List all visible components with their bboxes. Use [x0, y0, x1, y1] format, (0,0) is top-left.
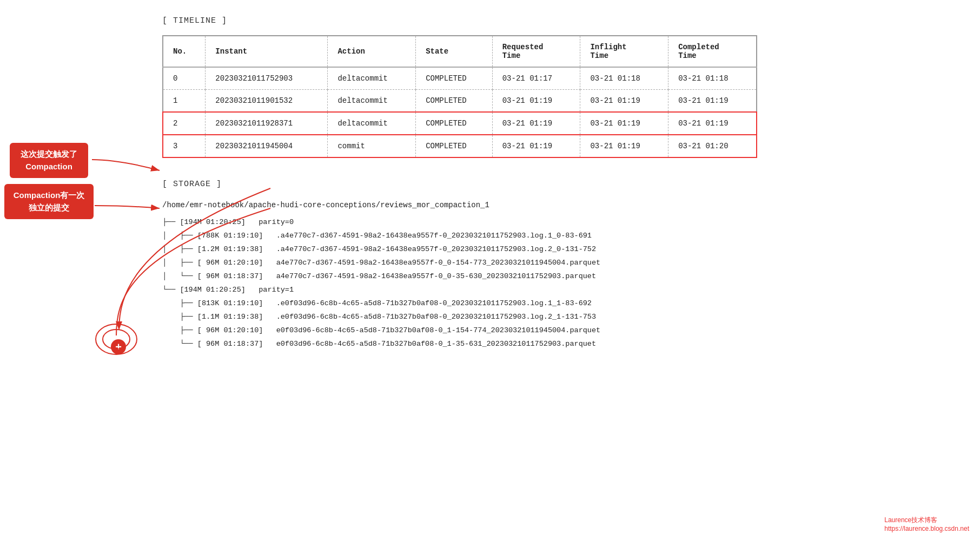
storage-section-header: [ STORAGE ] — [162, 180, 958, 189]
table-cell: 20230321011945004 — [206, 135, 328, 157]
storage-tree-line: ├── [1.1M 01:19:38] .e0f03d96-6c8b-4c65-… — [162, 311, 958, 324]
table-cell: 03-21 01:19 — [492, 112, 580, 135]
table-cell: 03-21 01:19 — [668, 90, 757, 113]
storage-tree-line: └── [ 96M 01:18:37] e0f03d96-6c8b-4c65-a… — [162, 338, 958, 351]
table-cell: 20230321011928371 — [206, 112, 328, 135]
table-cell: 2 — [163, 112, 206, 135]
table-cell: COMPLETED — [416, 135, 493, 157]
col-action: Action — [328, 36, 416, 67]
svg-point-1 — [103, 330, 130, 349]
table-cell: 03-21 01:18 — [668, 67, 757, 90]
table-cell: deltacommit — [328, 112, 416, 135]
storage-tree-line: ├── [ 96M 01:20:10] e0f03d96-6c8b-4c65-a… — [162, 324, 958, 338]
col-instant: Instant — [206, 36, 328, 67]
table-cell: 03-21 01:19 — [668, 112, 757, 135]
table-cell: 03-21 01:19 — [492, 135, 580, 157]
table-cell: deltacommit — [328, 90, 416, 113]
callout-compaction-trigger: 这次提交触发了 Compaction — [10, 143, 88, 178]
storage-tree-line: ├── [813K 01:19:10] .e0f03d96-6c8b-4c65-… — [162, 297, 958, 311]
col-inflight-time: InflightTime — [580, 36, 668, 67]
table-cell: 03-21 01:19 — [580, 90, 668, 113]
storage-tree-line: │ ├── [ 96M 01:20:10] a4e770c7-d367-4591… — [162, 256, 958, 270]
watermark: Laurence技术博客 https://laurence.blog.csdn.… — [884, 516, 969, 532]
table-cell: 20230321011901532 — [206, 90, 328, 113]
table-cell: COMPLETED — [416, 90, 493, 113]
table-cell: 3 — [163, 135, 206, 157]
table-row: 120230321011901532deltacommitCOMPLETED03… — [163, 90, 757, 113]
table-cell: 20230321011752903 — [206, 67, 328, 90]
table-row: 220230321011928371deltacommitCOMPLETED03… — [163, 112, 757, 135]
table-cell: 03-21 01:17 — [492, 67, 580, 90]
storage-path: /home/emr-notebook/apache-hudi-core-conc… — [162, 199, 958, 213]
table-cell: deltacommit — [328, 67, 416, 90]
storage-tree-line: │ ├── [1.2M 01:19:38] .a4e770c7-d367-459… — [162, 243, 958, 256]
col-completed-time: CompletedTime — [668, 36, 757, 67]
table-cell: 03-21 01:18 — [580, 67, 668, 90]
table-row: 020230321011752903deltacommitCOMPLETED03… — [163, 67, 757, 90]
table-cell: commit — [328, 135, 416, 157]
storage-tree-line: └── [194M 01:20:25] parity=1 — [162, 284, 958, 297]
storage-tree-line: ├── [194M 01:20:25] parity=0 — [162, 216, 958, 229]
table-header-row: No. Instant Action State RequestedTime I… — [163, 36, 757, 67]
table-cell: 03-21 01:19 — [580, 112, 668, 135]
svg-point-2 — [96, 324, 137, 354]
table-row: 320230321011945004commitCOMPLETED03-21 0… — [163, 135, 757, 157]
timeline-table: No. Instant Action State RequestedTime I… — [162, 35, 757, 158]
callout-compaction-commit: Compaction有一次 独立的提交 — [4, 184, 94, 219]
table-cell: 1 — [163, 90, 206, 113]
table-cell: 03-21 01:19 — [492, 90, 580, 113]
storage-tree: ├── [194M 01:20:25] parity=0│ ├── [788K … — [162, 216, 958, 351]
col-req-time: RequestedTime — [492, 36, 580, 67]
col-state: State — [416, 36, 493, 67]
timeline-section-header: [ TIMELINE ] — [162, 16, 958, 25]
storage-tree-line: │ ├── [788K 01:19:10] .a4e770c7-d367-459… — [162, 229, 958, 243]
plus-circle-icon: + — [111, 339, 126, 354]
table-cell: 03-21 01:20 — [668, 135, 757, 157]
table-cell: COMPLETED — [416, 112, 493, 135]
table-cell: COMPLETED — [416, 67, 493, 90]
col-no: No. — [163, 36, 206, 67]
table-cell: 03-21 01:19 — [580, 135, 668, 157]
storage-tree-line: │ └── [ 96M 01:18:37] a4e770c7-d367-4591… — [162, 270, 958, 284]
table-cell: 0 — [163, 67, 206, 90]
storage-content: /home/emr-notebook/apache-hudi-core-conc… — [162, 199, 958, 351]
